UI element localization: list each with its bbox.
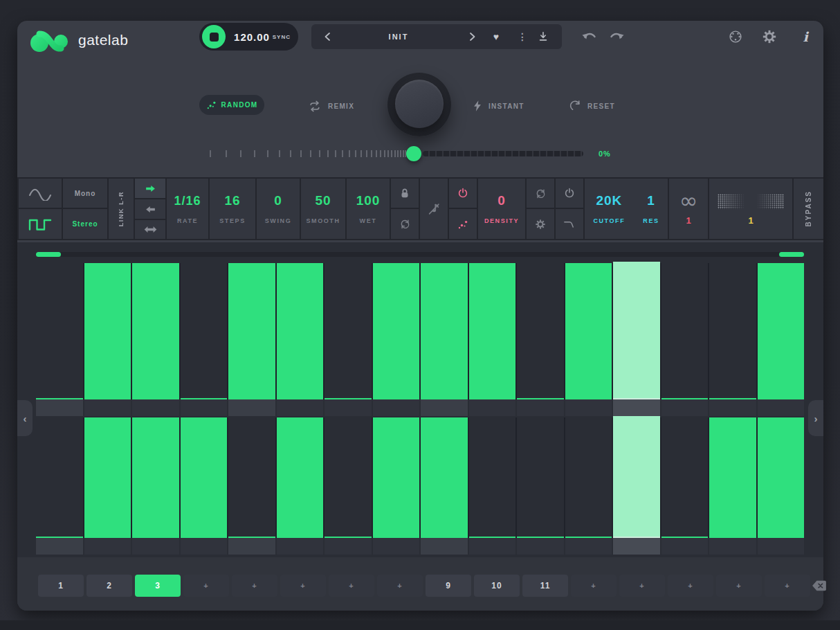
seq-handle-r2-3[interactable] [132, 538, 179, 555]
pattern-slot-11[interactable]: 11 [522, 575, 568, 597]
seq-bar[interactable] [84, 263, 131, 399]
seq-handle-r2-7[interactable] [325, 538, 372, 555]
sync-toggle[interactable]: SYNC [273, 34, 291, 40]
density-random-button[interactable] [449, 209, 477, 239]
seq-handle-r2-6[interactable] [277, 538, 324, 555]
seq-handle-r1-5[interactable] [228, 399, 275, 416]
seq-handle-r2-11[interactable] [517, 538, 564, 555]
seq-page-next-button[interactable]: › [808, 400, 823, 436]
seq-handle-r2-13[interactable] [613, 538, 660, 555]
seq-step-r2-5[interactable] [228, 417, 277, 538]
seq-step-r2-11[interactable] [517, 417, 565, 538]
seq-handle-r2-1[interactable] [36, 538, 83, 555]
settings-button[interactable] [761, 29, 778, 44]
pattern-slot-9[interactable]: 9 [426, 575, 471, 597]
seq-handle-r2-8[interactable] [373, 538, 420, 555]
mono-button[interactable]: Mono [63, 179, 107, 208]
pattern-slot-12[interactable]: + [571, 575, 617, 597]
loop-mode-control[interactable]: ∞ 1 [669, 179, 708, 239]
seq-step-r2-15[interactable] [709, 417, 758, 538]
seq-step-r2-7[interactable] [325, 417, 373, 538]
randomize-amount-handle[interactable] [406, 146, 421, 161]
note-mute-button[interactable] [420, 179, 448, 239]
seq-step-r2-16[interactable] [758, 417, 805, 538]
direction-backward-button[interactable] [135, 199, 165, 219]
seq-handle-r1-11[interactable] [517, 399, 564, 416]
seq-handle-r1-10[interactable] [469, 399, 516, 416]
stop-button[interactable] [202, 25, 226, 48]
remix-button[interactable]: REMIX [308, 99, 354, 113]
filter-settings-button[interactable] [527, 209, 554, 239]
seq-handle-r2-10[interactable] [469, 538, 516, 555]
reset-button[interactable]: RESET [569, 99, 615, 113]
randomize-knob[interactable] [387, 73, 451, 136]
favorite-button[interactable]: ♥ [490, 30, 502, 43]
seq-step-r2-4[interactable] [181, 417, 229, 538]
seq-step-r1-11[interactable] [517, 263, 565, 399]
seq-step-r1-15[interactable] [709, 263, 758, 399]
seq-step-r1-4[interactable] [181, 263, 229, 399]
seq-step-r1-1[interactable] [36, 263, 84, 399]
pattern-slot-3-active[interactable]: 3 [135, 575, 181, 597]
density-control[interactable]: 0 DENSITY [478, 179, 525, 239]
seq-bar[interactable] [277, 263, 324, 399]
seq-step-r2-3[interactable] [132, 417, 181, 538]
redo-button[interactable] [609, 30, 626, 44]
seq-step-r1-12[interactable] [565, 263, 614, 399]
seq-bar[interactable] [132, 263, 179, 399]
direction-forward-button[interactable] [135, 179, 165, 198]
seq-bar[interactable] [228, 263, 275, 399]
seq-step-r1-8[interactable] [373, 263, 421, 399]
pattern-slot-5[interactable]: + [232, 575, 277, 597]
seq-step-r2-9[interactable] [421, 417, 469, 538]
seq-handle-r1-9[interactable] [421, 399, 468, 416]
seq-handle-r1-3[interactable] [132, 399, 179, 416]
pattern-slot-7[interactable]: + [329, 575, 374, 597]
seq-step-r1-10[interactable] [469, 263, 518, 399]
seq-handle-r2-5[interactable] [228, 538, 275, 555]
seq-step-r2-2[interactable] [84, 417, 133, 538]
seq-handle-r2-12[interactable] [565, 538, 612, 555]
delete-pattern-button[interactable] [812, 579, 827, 592]
wave-sine-button[interactable] [19, 179, 62, 208]
seq-step-r2-8[interactable] [373, 417, 421, 538]
seq-bar[interactable] [84, 417, 131, 538]
seq-step-r1-13[interactable] [613, 263, 661, 399]
seq-bar[interactable] [421, 263, 468, 399]
filter-cutoff-res-control[interactable]: 20K CUTOFF 1 RES [585, 179, 668, 239]
seq-position-pill-right[interactable] [779, 252, 804, 257]
smooth-control[interactable]: 50 SMOOTH [301, 179, 345, 239]
pattern-slot-8[interactable]: + [377, 575, 423, 597]
seq-bar-playing[interactable] [613, 416, 660, 538]
seq-handle-r2-15[interactable] [709, 538, 756, 555]
pattern-slot-13[interactable]: + [619, 575, 665, 597]
seq-bar[interactable] [709, 417, 756, 538]
pattern-slot-2[interactable]: 2 [86, 575, 132, 597]
midi-settings-button[interactable] [727, 29, 744, 44]
seq-handle-r1-2[interactable] [84, 399, 131, 416]
pattern-slot-14[interactable]: + [668, 575, 713, 597]
density-power-button[interactable] [449, 179, 477, 208]
seq-bar[interactable] [181, 417, 228, 538]
seq-step-r1-7[interactable] [325, 263, 373, 399]
seq-bar[interactable] [132, 417, 179, 538]
pattern-slot-4[interactable]: + [183, 575, 229, 597]
seq-handle-r1-12[interactable] [565, 399, 612, 416]
seq-step-r1-16[interactable] [758, 263, 805, 399]
seq-handle-r1-15[interactable] [709, 399, 756, 416]
info-button[interactable]: i [797, 29, 814, 44]
random-button[interactable]: RANDOM [199, 95, 264, 115]
bypass-button[interactable]: BYPASS [794, 179, 823, 239]
save-preset-button[interactable] [537, 30, 549, 43]
seq-step-r2-1[interactable] [36, 417, 84, 538]
seq-step-r1-9[interactable] [421, 263, 469, 399]
preset-menu-button[interactable]: ⋮ [516, 30, 529, 43]
seq-bar-playing[interactable] [613, 262, 660, 399]
seq-handle-r2-16[interactable] [758, 538, 805, 555]
seq-bar[interactable] [421, 417, 468, 538]
seq-bar[interactable] [469, 263, 516, 399]
preset-prev-button[interactable] [321, 30, 334, 43]
seq-step-r1-2[interactable] [84, 263, 133, 399]
seq-handle-r1-14[interactable] [661, 399, 709, 416]
seq-handle-r1-4[interactable] [181, 399, 228, 416]
